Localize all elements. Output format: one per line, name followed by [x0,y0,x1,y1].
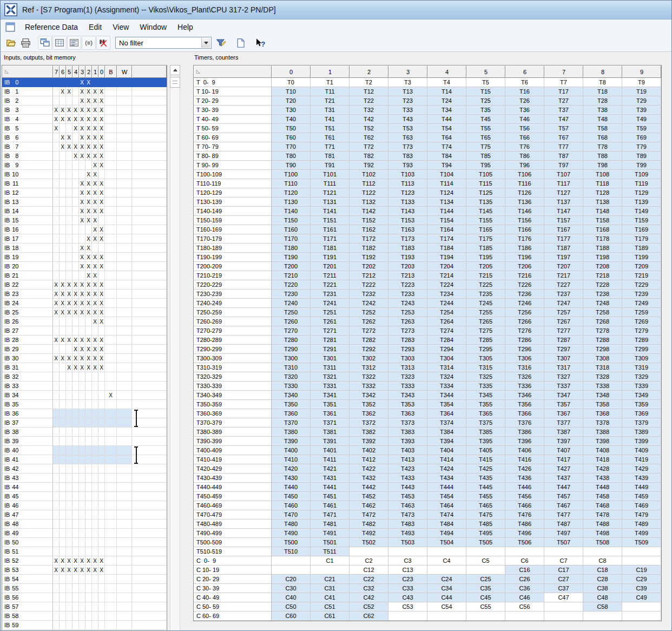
bit-cell[interactable] [60,529,66,538]
io-row-36[interactable]: IB36 [2,409,167,418]
tc-cell[interactable]: T98 [583,161,622,170]
tc-cell[interactable]: T472 [350,510,388,520]
tc-cell[interactable]: T314 [427,363,466,372]
tc-cell[interactable]: T302 [350,354,388,363]
tc-cell[interactable] [622,602,661,612]
tc-cell[interactable]: T3 [388,78,427,87]
bit-cell[interactable] [66,345,73,354]
tc-cell[interactable]: T213 [388,271,427,280]
word-cell[interactable] [117,326,132,336]
byte-cell[interactable] [105,547,117,556]
bit-cell[interactable] [60,152,66,161]
tc-cell[interactable]: T331 [311,382,350,391]
tc-cell[interactable]: T44 [427,115,466,124]
tc-cell[interactable]: T249 [622,299,661,308]
tc-row[interactable]: T 10- 19T10T11T12T13T14T15T16T17T18T19 [194,87,661,96]
bit-cell[interactable] [53,428,60,437]
tc-cell[interactable]: T295 [466,345,505,354]
tc-cell[interactable]: T72 [350,142,388,152]
bit-cell[interactable] [79,271,85,280]
tc-cell[interactable]: T501 [311,538,350,547]
bit-cell[interactable] [79,409,85,418]
tc-cell[interactable]: T20 [272,96,311,106]
tc-cell[interactable]: C51 [311,602,350,612]
io-row-11[interactable]: IB11XXXX [2,179,167,188]
tc-cell[interactable]: T456 [505,492,544,501]
word-cell[interactable] [117,483,132,492]
tc-cell[interactable]: T408 [583,446,622,455]
io-row-31[interactable]: IB31XXXXXX [2,363,167,372]
tc-cell[interactable]: T450 [272,492,311,501]
tc-cell[interactable]: T171 [311,234,350,244]
tc-cell[interactable]: T84 [427,152,466,161]
tc-cell[interactable]: T50 [272,124,311,133]
tc-col-header-6[interactable]: 6 [505,65,544,78]
bit-cell[interactable] [79,483,85,492]
bit-cell[interactable] [85,520,92,529]
bit-cell[interactable] [66,538,73,547]
tc-cell[interactable]: T399 [622,437,661,446]
tc-cell[interactable]: T383 [388,428,427,437]
tc-cell[interactable]: T304 [427,354,466,363]
tc-cell[interactable]: T126 [505,188,544,198]
bit-cell[interactable] [73,418,79,428]
tc-cell[interactable]: T60 [272,133,311,142]
byte-cell[interactable] [105,529,117,538]
bit-cell[interactable] [66,225,73,234]
tc-cell[interactable]: T277 [544,326,583,336]
tc-cell[interactable]: T278 [583,326,622,336]
tc-cell[interactable]: T58 [583,124,622,133]
tc-cell[interactable]: T332 [350,382,388,391]
tc-cell[interactable]: T142 [350,207,388,216]
tc-cell[interactable]: T231 [311,290,350,299]
word-cell[interactable] [117,336,132,345]
byte-cell[interactable] [105,299,117,308]
tc-cell[interactable]: C44 [427,593,466,602]
tc-cell[interactable]: T156 [505,216,544,225]
tc-cell[interactable]: T63 [388,133,427,142]
bit-cell[interactable]: X [60,87,66,96]
bit-cell[interactable]: X [98,234,105,244]
tc-cell[interactable] [388,547,427,556]
left-scrollbar[interactable] [170,65,180,631]
tc-cell[interactable]: T359 [622,400,661,409]
bit-cell[interactable] [53,602,60,612]
bit-cell[interactable] [85,584,92,593]
tc-cell[interactable]: T139 [622,198,661,207]
tc-cell[interactable]: C16 [505,566,544,575]
tc-cell[interactable]: T301 [311,354,350,363]
tc-cell[interactable]: T418 [583,455,622,464]
tc-cell[interactable]: T104 [427,170,466,179]
bit-cell[interactable]: X [98,317,105,326]
tc-cell[interactable]: T391 [311,437,350,446]
byte-cell[interactable] [105,87,117,96]
tc-cell[interactable]: T15 [466,87,505,96]
tc-cell[interactable]: T495 [466,529,505,538]
tc-cell[interactable] [272,556,311,566]
bit-cell[interactable] [98,584,105,593]
word-cell[interactable] [117,170,132,179]
tc-cell[interactable]: T200 [272,262,311,271]
title-bar[interactable]: Ref - [S7 Program(1) (Assignment) -- Vik… [1,1,671,19]
bit-cell[interactable] [98,437,105,446]
bit-cell[interactable] [73,446,79,455]
bit-cell[interactable]: X [79,336,85,345]
byte-cell[interactable] [105,179,117,188]
tc-cell[interactable]: T457 [544,492,583,501]
tc-cell[interactable]: T21 [311,96,350,106]
bit-cell[interactable] [53,575,60,584]
byte-cell[interactable] [105,317,117,326]
io-row-41[interactable]: IB41 [2,455,167,464]
tc-cell[interactable]: T315 [466,363,505,372]
tc-cell[interactable]: T62 [350,133,388,142]
tc-row[interactable]: T240-249T240T241T242T243T244T245T246T247… [194,299,661,308]
bit-cell[interactable] [60,428,66,437]
word-cell[interactable] [117,179,132,188]
tc-row[interactable]: T160-169T160T161T162T163T164T165T166T167… [194,225,661,234]
tc-cell[interactable]: T117 [544,179,583,188]
tc-cell[interactable]: T127 [544,188,583,198]
tc-cell[interactable]: T505 [466,538,505,547]
bit-cell[interactable] [60,446,66,455]
tc-cell[interactable]: T274 [427,326,466,336]
io-row-42[interactable]: IB42 [2,464,167,474]
